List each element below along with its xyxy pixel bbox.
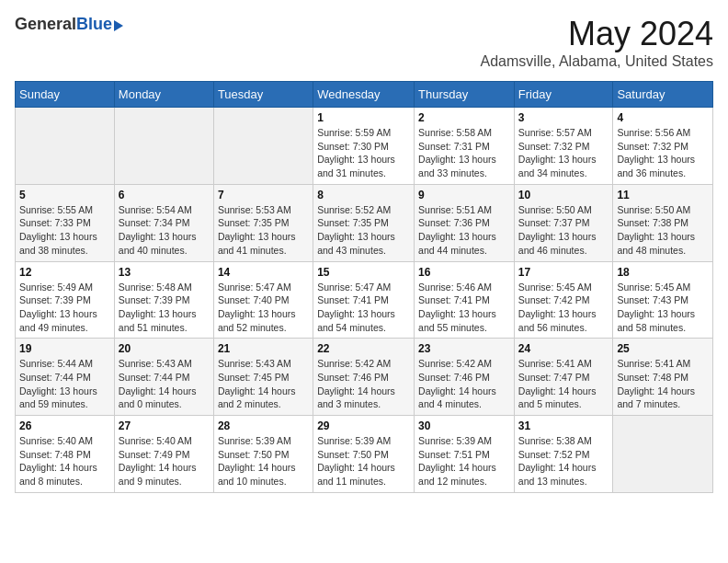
day-number: 11 — [617, 189, 709, 201]
calendar-day-cell: 25Sunrise: 5:41 AM Sunset: 7:48 PM Dayli… — [613, 339, 713, 416]
day-number: 26 — [19, 419, 110, 432]
title-block: May 2024 Adamsville, Alabama, United Sta… — [481, 15, 713, 70]
calendar-subtitle: Adamsville, Alabama, United States — [481, 53, 713, 70]
day-info: Sunrise: 5:57 AM Sunset: 7:32 PM Dayligh… — [518, 126, 609, 180]
day-info: Sunrise: 5:48 AM Sunset: 7:39 PM Dayligh… — [119, 281, 210, 335]
day-of-week-header: Thursday — [415, 82, 515, 108]
day-number: 1 — [317, 111, 410, 124]
day-info: Sunrise: 5:44 AM Sunset: 7:44 PM Dayligh… — [19, 357, 110, 411]
calendar-day-cell — [613, 416, 713, 493]
day-info: Sunrise: 5:54 AM Sunset: 7:34 PM Dayligh… — [119, 203, 210, 258]
day-number: 24 — [518, 342, 609, 355]
day-info: Sunrise: 5:45 AM Sunset: 7:42 PM Dayligh… — [518, 281, 609, 335]
day-info: Sunrise: 5:59 AM Sunset: 7:30 PM Dayligh… — [317, 126, 410, 180]
day-number: 23 — [418, 342, 510, 355]
day-of-week-header: Wednesday — [313, 82, 415, 108]
calendar-day-cell: 19Sunrise: 5:44 AM Sunset: 7:44 PM Dayli… — [16, 339, 115, 416]
day-of-week-header: Friday — [514, 82, 613, 108]
calendar-day-cell: 18Sunrise: 5:45 AM Sunset: 7:43 PM Dayli… — [613, 261, 713, 339]
day-info: Sunrise: 5:39 AM Sunset: 7:50 PM Dayligh… — [317, 434, 410, 488]
day-number: 17 — [518, 266, 609, 279]
day-number: 30 — [418, 419, 510, 432]
day-number: 12 — [19, 266, 110, 279]
calendar-day-cell: 17Sunrise: 5:45 AM Sunset: 7:42 PM Dayli… — [514, 261, 613, 339]
day-info: Sunrise: 5:41 AM Sunset: 7:47 PM Dayligh… — [518, 357, 609, 411]
calendar-day-cell: 2Sunrise: 5:58 AM Sunset: 7:31 PM Daylig… — [415, 108, 515, 185]
calendar-day-cell — [114, 108, 213, 185]
calendar-table: SundayMondayTuesdayWednesdayThursdayFrid… — [15, 81, 713, 493]
calendar-day-cell: 7Sunrise: 5:53 AM Sunset: 7:35 PM Daylig… — [213, 184, 313, 261]
day-number: 16 — [418, 266, 510, 279]
calendar-day-cell: 24Sunrise: 5:41 AM Sunset: 7:47 PM Dayli… — [514, 339, 613, 416]
calendar-week-row: 19Sunrise: 5:44 AM Sunset: 7:44 PM Dayli… — [16, 339, 713, 416]
day-number: 7 — [218, 189, 309, 201]
day-info: Sunrise: 5:47 AM Sunset: 7:41 PM Dayligh… — [317, 281, 410, 335]
day-number: 14 — [218, 266, 309, 279]
day-number: 10 — [518, 189, 609, 201]
calendar-week-row: 12Sunrise: 5:49 AM Sunset: 7:39 PM Dayli… — [16, 261, 713, 339]
day-number: 3 — [518, 111, 609, 124]
logo-blue-text: Blue — [76, 15, 112, 34]
calendar-day-cell: 23Sunrise: 5:42 AM Sunset: 7:46 PM Dayli… — [415, 339, 515, 416]
calendar-day-cell: 13Sunrise: 5:48 AM Sunset: 7:39 PM Dayli… — [114, 261, 213, 339]
calendar-day-cell: 26Sunrise: 5:40 AM Sunset: 7:48 PM Dayli… — [16, 416, 115, 493]
calendar-week-row: 26Sunrise: 5:40 AM Sunset: 7:48 PM Dayli… — [16, 416, 713, 493]
day-info: Sunrise: 5:40 AM Sunset: 7:48 PM Dayligh… — [19, 434, 110, 488]
calendar-week-row: 1Sunrise: 5:59 AM Sunset: 7:30 PM Daylig… — [16, 108, 713, 185]
day-info: Sunrise: 5:42 AM Sunset: 7:46 PM Dayligh… — [418, 357, 510, 411]
page-header: General Blue May 2024 Adamsville, Alabam… — [15, 15, 713, 70]
day-number: 19 — [19, 342, 110, 355]
calendar-day-cell: 28Sunrise: 5:39 AM Sunset: 7:50 PM Dayli… — [213, 416, 313, 493]
calendar-day-cell: 5Sunrise: 5:55 AM Sunset: 7:33 PM Daylig… — [16, 184, 115, 261]
day-number: 8 — [317, 189, 410, 201]
day-info: Sunrise: 5:40 AM Sunset: 7:49 PM Dayligh… — [119, 434, 210, 488]
calendar-day-cell: 30Sunrise: 5:39 AM Sunset: 7:51 PM Dayli… — [415, 416, 515, 493]
day-info: Sunrise: 5:52 AM Sunset: 7:35 PM Dayligh… — [317, 203, 410, 258]
day-info: Sunrise: 5:56 AM Sunset: 7:32 PM Dayligh… — [617, 126, 709, 180]
day-number: 4 — [617, 111, 709, 124]
day-info: Sunrise: 5:39 AM Sunset: 7:50 PM Dayligh… — [218, 434, 309, 488]
day-of-week-header: Sunday — [16, 82, 115, 108]
day-number: 20 — [119, 342, 210, 355]
day-of-week-header: Monday — [114, 82, 213, 108]
day-number: 6 — [119, 189, 210, 201]
logo-general-text: General — [15, 15, 76, 34]
calendar-day-cell: 27Sunrise: 5:40 AM Sunset: 7:49 PM Dayli… — [114, 416, 213, 493]
day-number: 31 — [518, 419, 609, 432]
day-info: Sunrise: 5:43 AM Sunset: 7:45 PM Dayligh… — [218, 357, 309, 411]
calendar-day-cell: 15Sunrise: 5:47 AM Sunset: 7:41 PM Dayli… — [313, 261, 415, 339]
day-info: Sunrise: 5:41 AM Sunset: 7:48 PM Dayligh… — [617, 357, 709, 411]
calendar-day-cell: 31Sunrise: 5:38 AM Sunset: 7:52 PM Dayli… — [514, 416, 613, 493]
day-of-week-header: Saturday — [613, 82, 713, 108]
calendar-day-cell: 14Sunrise: 5:47 AM Sunset: 7:40 PM Dayli… — [213, 261, 313, 339]
calendar-day-cell — [16, 108, 115, 185]
calendar-day-cell: 4Sunrise: 5:56 AM Sunset: 7:32 PM Daylig… — [613, 108, 713, 185]
day-number: 9 — [418, 189, 510, 201]
calendar-day-cell: 11Sunrise: 5:50 AM Sunset: 7:38 PM Dayli… — [613, 184, 713, 261]
day-info: Sunrise: 5:47 AM Sunset: 7:40 PM Dayligh… — [218, 281, 309, 335]
day-info: Sunrise: 5:50 AM Sunset: 7:37 PM Dayligh… — [518, 203, 609, 258]
day-number: 27 — [119, 419, 210, 432]
calendar-week-row: 5Sunrise: 5:55 AM Sunset: 7:33 PM Daylig… — [16, 184, 713, 261]
calendar-day-cell — [213, 108, 313, 185]
days-of-week-row: SundayMondayTuesdayWednesdayThursdayFrid… — [16, 82, 713, 108]
day-info: Sunrise: 5:45 AM Sunset: 7:43 PM Dayligh… — [617, 281, 709, 335]
day-number: 25 — [617, 342, 709, 355]
calendar-day-cell: 1Sunrise: 5:59 AM Sunset: 7:30 PM Daylig… — [313, 108, 415, 185]
calendar-day-cell: 6Sunrise: 5:54 AM Sunset: 7:34 PM Daylig… — [114, 184, 213, 261]
calendar-day-cell: 29Sunrise: 5:39 AM Sunset: 7:50 PM Dayli… — [313, 416, 415, 493]
calendar-day-cell: 9Sunrise: 5:51 AM Sunset: 7:36 PM Daylig… — [415, 184, 515, 261]
day-info: Sunrise: 5:39 AM Sunset: 7:51 PM Dayligh… — [418, 434, 510, 488]
day-info: Sunrise: 5:42 AM Sunset: 7:46 PM Dayligh… — [317, 357, 410, 411]
calendar-day-cell: 3Sunrise: 5:57 AM Sunset: 7:32 PM Daylig… — [514, 108, 613, 185]
day-info: Sunrise: 5:58 AM Sunset: 7:31 PM Dayligh… — [418, 126, 510, 180]
day-number: 13 — [119, 266, 210, 279]
day-info: Sunrise: 5:38 AM Sunset: 7:52 PM Dayligh… — [518, 434, 609, 488]
logo-arrow-icon — [114, 20, 123, 31]
day-number: 28 — [218, 419, 309, 432]
calendar-day-cell: 8Sunrise: 5:52 AM Sunset: 7:35 PM Daylig… — [313, 184, 415, 261]
day-number: 2 — [418, 111, 510, 124]
day-info: Sunrise: 5:55 AM Sunset: 7:33 PM Dayligh… — [19, 203, 110, 258]
logo: General Blue — [15, 15, 123, 34]
calendar-header: SundayMondayTuesdayWednesdayThursdayFrid… — [16, 82, 713, 108]
